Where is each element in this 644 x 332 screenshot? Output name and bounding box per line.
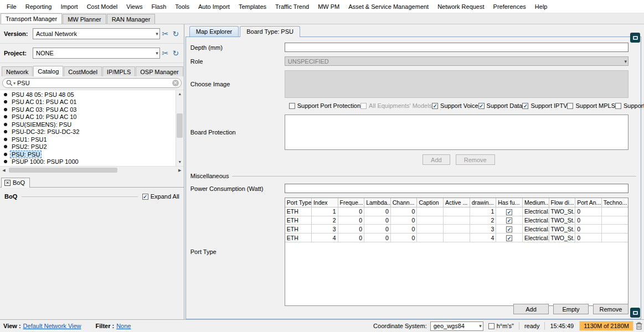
port-col-port-an[interactable]: Port An... <box>575 198 602 208</box>
port-cell-has-fu[interactable]: ✓ <box>496 208 523 216</box>
app-tab-transport-manager[interactable]: Transport Manager <box>1 13 62 24</box>
tree-item-psu2-psu2[interactable]: PSU2: PSU2 <box>0 143 176 151</box>
menu-tools[interactable]: Tools <box>171 1 194 12</box>
port-cell-has-fu[interactable]: ✓ <box>496 234 523 242</box>
port-cell-port-an[interactable]: 0 <box>575 234 602 242</box>
port-cell-drawin[interactable]: 4 <box>470 234 496 242</box>
port-cell-caption[interactable] <box>417 208 444 216</box>
search-options-chevron-icon[interactable]: ▾ <box>13 81 16 86</box>
cell-checkbox-icon[interactable]: ✓ <box>506 226 512 232</box>
port-cell-lambda[interactable]: 0 <box>364 208 391 216</box>
port-cell-chann[interactable]: 0 <box>390 234 417 242</box>
port-col-index[interactable]: Index <box>311 198 338 208</box>
depth-input[interactable] <box>285 43 628 52</box>
tree-item-psu-ac-03-psu-ac-03[interactable]: PSU AC 03: PSU AC 03 <box>0 106 176 113</box>
memory-indicator[interactable]: 1130M of 2180M <box>579 321 633 331</box>
port-cell-active[interactable] <box>444 234 470 242</box>
port-col-medium[interactable]: Medium... <box>522 198 549 208</box>
port-cell-flow-di[interactable]: TWO_St... <box>549 208 575 216</box>
port-cell-medium[interactable]: Electrical... <box>522 208 549 216</box>
trash-icon[interactable] <box>636 322 642 330</box>
right-tab-board-type-psu[interactable]: Board Type: PSU <box>240 26 300 37</box>
menu-asset-service-management[interactable]: Asset & Service Management <box>344 1 433 12</box>
menu-auto-import[interactable]: Auto Import <box>194 1 234 12</box>
expand-all-checkbox[interactable]: ✓ Expand All <box>142 193 179 200</box>
project-refresh-icon[interactable]: ↻ <box>171 49 181 58</box>
tree-item-psu-dc-32-psu-dc-32[interactable]: PSU-DC-32: PSU-DC-32 <box>0 128 176 136</box>
scroll-down-icon[interactable]: ▼ <box>176 158 184 166</box>
vertical-scroll-thumb[interactable] <box>177 113 183 138</box>
port-cell-has-fu[interactable]: ✓ <box>496 216 523 225</box>
menu-reporting[interactable]: Reporting <box>21 1 56 12</box>
port-cell-techno[interactable] <box>601 225 628 234</box>
menu-traffic-trend[interactable]: Traffic Trend <box>271 1 313 12</box>
port-cell-drawin[interactable]: 3 <box>470 225 496 234</box>
port-cell-caption[interactable] <box>417 225 444 234</box>
port-cell-lambda[interactable]: 0 <box>364 216 391 225</box>
port-cell-freque[interactable]: 0 <box>338 216 364 225</box>
tree-item-psu-ac-01-psu-ac-01[interactable]: PSU AC 01: PSU AC 01 <box>0 98 176 106</box>
port-cell-active[interactable] <box>444 216 470 225</box>
checkbox-all-equipments-models[interactable]: All Equipments' Models <box>360 102 432 109</box>
port-empty-button[interactable]: Empty <box>553 304 589 314</box>
tree-vertical-scrollbar[interactable]: ▲ ▼ <box>176 90 184 166</box>
scroll-right-icon[interactable]: ▶ <box>176 167 184 173</box>
choose-image-area[interactable] <box>285 70 628 98</box>
tree-item-psu-48-05-psu-48-05[interactable]: PSU 48 05: PSU 48 05 <box>0 91 176 98</box>
tree-item-psu-psu[interactable]: PSU: PSU <box>0 151 176 158</box>
port-cell-active[interactable] <box>444 225 470 234</box>
port-cell-port-an[interactable]: 0 <box>575 225 602 234</box>
left-tab-costmodel[interactable]: CostModel <box>64 66 102 76</box>
port-cell-lambda[interactable]: 0 <box>364 225 391 234</box>
port-cell-caption[interactable] <box>417 234 444 242</box>
port-cell-chann[interactable]: 0 <box>390 208 417 216</box>
board-protection-add-button[interactable]: Add <box>423 154 450 165</box>
port-cell-chann[interactable]: 0 <box>390 225 417 234</box>
dock-button-bottom-icon[interactable] <box>630 308 640 318</box>
port-cell-index[interactable]: 4 <box>311 234 338 242</box>
power-consumption-input[interactable] <box>285 184 628 193</box>
left-tab-osp-manager[interactable]: OSP Manager <box>136 66 183 76</box>
project-scissors-icon[interactable]: ✂ <box>160 49 171 58</box>
port-cell-chann[interactable]: 0 <box>390 216 417 225</box>
port-cell-freque[interactable]: 0 <box>338 225 364 234</box>
port-cell-medium[interactable]: Electrical... <box>522 225 549 234</box>
port-col-caption[interactable]: Caption <box>417 198 444 208</box>
port-cell-techno[interactable] <box>601 208 628 216</box>
left-tab-catalog[interactable]: Catalog <box>33 66 63 76</box>
port-cell-drawin[interactable]: 2 <box>470 216 496 225</box>
port-cell-techno[interactable] <box>601 234 628 242</box>
port-cell-freque[interactable]: 0 <box>338 234 364 242</box>
tree-item-psu-ac-10-psu-ac-10[interactable]: PSU AC 10: PSU AC 10 <box>0 113 176 121</box>
menu-network-request[interactable]: Network Request <box>433 1 488 12</box>
checkbox-support-port-protection[interactable]: Support Port Protection <box>289 102 360 109</box>
menu-views[interactable]: Views <box>122 1 147 12</box>
port-col-techno[interactable]: Techno... <box>601 198 628 208</box>
port-cell-medium[interactable]: Electrical... <box>522 216 549 225</box>
filter-link[interactable]: None <box>116 323 131 329</box>
menu-import[interactable]: Import <box>56 1 82 12</box>
horizontal-scroll-thumb[interactable] <box>9 168 117 173</box>
port-cell-port-an[interactable]: 0 <box>575 208 602 216</box>
clear-search-icon[interactable]: ✕ <box>172 80 179 86</box>
app-tab-ran-manager[interactable]: RAN Manager <box>107 14 156 24</box>
port-col-lambda[interactable]: Lambda... <box>364 198 391 208</box>
menu-cost-model[interactable]: Cost Model <box>83 1 122 12</box>
menu-preferences[interactable]: Preferences <box>489 1 530 12</box>
cell-checkbox-icon[interactable]: ✓ <box>506 209 512 215</box>
tab-boq[interactable]: ✕ BoQ <box>1 178 30 188</box>
port-cell-has-fu[interactable]: ✓ <box>496 225 523 234</box>
version-scissors-icon[interactable]: ✂ <box>160 29 171 38</box>
project-combo[interactable]: NONE ▾ <box>33 48 160 59</box>
version-combo[interactable]: Actual Network ▾ <box>33 28 160 39</box>
port-cell-index[interactable]: 3 <box>311 225 338 234</box>
tree-item-psu1-psu1[interactable]: PSU1: PSU1 <box>0 136 176 143</box>
coordinate-system-combo[interactable]: geo_wgs84 ▾ <box>430 321 483 331</box>
port-cell-index[interactable]: 1 <box>311 208 338 216</box>
port-add-button[interactable]: Add <box>513 304 549 314</box>
scroll-up-icon[interactable]: ▲ <box>176 90 184 98</box>
port-cell-drawin[interactable]: 1 <box>470 208 496 216</box>
menu-help[interactable]: Help <box>530 1 552 12</box>
port-cell-flow-di[interactable]: TWO_St... <box>549 234 575 242</box>
port-cell-medium[interactable]: Electrical... <box>522 234 549 242</box>
